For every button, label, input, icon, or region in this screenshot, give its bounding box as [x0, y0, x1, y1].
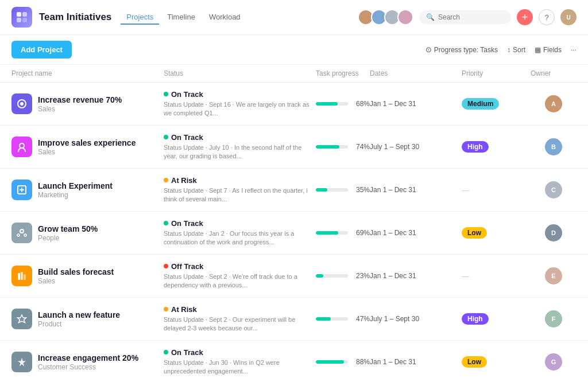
status-label: At Risk — [171, 305, 197, 314]
project-cell: Improve sales experience Sales — [11, 137, 164, 157]
priority-cell: High — [462, 313, 531, 325]
progress-bar-fill — [316, 102, 338, 106]
table-row[interactable]: Improve sales experience Sales On Track … — [0, 126, 588, 169]
svg-point-9 — [17, 234, 20, 236]
project-cell: Increase engagement 20% Customer Success — [11, 352, 164, 372]
project-cell: Increase revenue 70% Sales — [11, 93, 164, 114]
status-label: Off Track — [171, 262, 203, 271]
status-description: Status Update · Sept 16 · We are largely… — [164, 100, 316, 118]
status-badge: At Risk — [164, 305, 316, 314]
progress-bar-track — [316, 360, 348, 364]
progress-percent: 68% — [353, 100, 370, 108]
svg-rect-3 — [22, 18, 27, 22]
project-name: Launch Experiment — [38, 181, 113, 190]
progress-bar-track — [316, 145, 348, 149]
owner-avatar: A — [545, 95, 562, 112]
status-label: On Track — [171, 219, 203, 228]
status-badge: Off Track — [164, 262, 316, 271]
tab-projects[interactable]: Projects — [121, 10, 159, 25]
table-row[interactable]: Launch Experiment Marketing At Risk Stat… — [0, 169, 588, 212]
svg-rect-1 — [22, 12, 27, 17]
tab-timeline[interactable]: Timeline — [161, 10, 201, 25]
project-cell: Grow team 50% People — [11, 223, 164, 243]
owner-avatar: G — [545, 353, 562, 371]
search-icon: 🔍 — [426, 13, 435, 21]
svg-point-6 — [20, 143, 24, 148]
status-cell: At Risk Status Update · Sept 7 · As I re… — [164, 176, 316, 204]
more-options-button[interactable]: ··· — [571, 46, 577, 54]
project-icon — [11, 223, 32, 243]
dates-cell: Jan 1 – Dec 31 — [370, 358, 462, 366]
progress-bar-fill — [316, 274, 323, 278]
project-category: Sales — [38, 105, 122, 113]
progress-type-label: Progress type: Tasks — [434, 46, 498, 54]
fields-icon: ▦ — [535, 46, 541, 54]
project-category: Sales — [38, 277, 114, 285]
progress-percent: 23% — [353, 272, 370, 280]
col-status: Status — [164, 69, 316, 77]
progress-cell: 47% — [316, 315, 370, 323]
table-row[interactable]: Grow team 50% People On Track Status Upd… — [0, 212, 588, 255]
table-row[interactable]: Increase revenue 70% Sales On Track Stat… — [0, 83, 588, 126]
progress-type-control[interactable]: ⊙ Progress type: Tasks — [425, 45, 498, 54]
project-name: Increase engagement 20% — [38, 353, 138, 362]
app-icon — [11, 7, 32, 28]
svg-point-8 — [20, 229, 24, 233]
priority-cell: Medium — [462, 98, 531, 110]
search-input[interactable] — [438, 13, 496, 21]
owner-cell: G — [531, 353, 577, 371]
status-label: On Track — [171, 133, 203, 142]
search-bar[interactable]: 🔍 — [419, 10, 511, 24]
priority-none: — — [462, 272, 469, 280]
fields-control[interactable]: ▦ Fields — [535, 46, 562, 54]
status-label: On Track — [171, 90, 203, 99]
progress-bar-track — [316, 317, 348, 321]
status-cell: On Track Status Update · Jan 2 · Our foc… — [164, 219, 316, 247]
user-avatar: U — [560, 9, 577, 25]
tab-workload[interactable]: Workload — [203, 10, 246, 25]
status-cell: Off Track Status Update · Sept 2 · We're… — [164, 262, 316, 290]
table-row[interactable]: Build sales forecast Sales Off Track Sta… — [0, 255, 588, 298]
table-row[interactable]: Increase engagement 20% Customer Success… — [0, 341, 588, 382]
project-info: Increase engagement 20% Customer Success — [38, 353, 138, 371]
owner-avatar: C — [545, 181, 562, 198]
progress-bar-fill — [316, 188, 327, 192]
help-button[interactable]: ? — [539, 9, 555, 25]
svg-rect-12 — [21, 272, 23, 280]
fields-label: Fields — [543, 46, 562, 54]
progress-percent: 35% — [353, 186, 370, 194]
priority-badge: Low — [462, 227, 487, 239]
avatar-4 — [397, 9, 413, 25]
project-name: Grow team 50% — [38, 224, 98, 233]
status-dot — [164, 221, 168, 225]
col-dates: Dates — [370, 69, 462, 77]
status-badge: On Track — [164, 348, 316, 357]
owner-cell: E — [531, 267, 577, 284]
owner-avatar: F — [545, 310, 562, 328]
dates-cell: July 1 – Sept 30 — [370, 143, 462, 151]
owner-cell: C — [531, 181, 577, 198]
project-cell: Launch a new feature Product — [11, 309, 164, 329]
status-cell: On Track Status Update · Jun 30 · Wins i… — [164, 348, 316, 376]
table-row[interactable]: Launch a new feature Product At Risk Sta… — [0, 298, 588, 341]
progress-percent: 47% — [353, 315, 370, 323]
svg-point-10 — [24, 234, 26, 236]
project-category: People — [38, 234, 98, 242]
project-icon — [11, 266, 32, 286]
dates-cell: July 1 – Sept 30 — [370, 315, 462, 323]
add-project-button[interactable]: Add Project — [11, 41, 72, 59]
owner-cell: B — [531, 138, 577, 155]
add-button[interactable]: + — [517, 9, 533, 25]
sort-icon: ↕ — [507, 46, 510, 54]
status-dot — [164, 135, 168, 139]
col-project-name: Project name — [11, 69, 164, 77]
progress-bar-track — [316, 231, 348, 235]
progress-percent: 88% — [353, 358, 370, 366]
progress-bar-track — [316, 102, 348, 106]
owner-cell: F — [531, 310, 577, 328]
sort-control[interactable]: ↕ Sort — [507, 46, 525, 54]
toolbar-controls: ⊙ Progress type: Tasks ↕ Sort ▦ Fields ·… — [425, 45, 577, 54]
progress-cell: 35% — [316, 186, 370, 194]
project-name: Launch a new feature — [38, 310, 120, 319]
status-description: Status Update · Sept 2 · We're off track… — [164, 272, 316, 290]
